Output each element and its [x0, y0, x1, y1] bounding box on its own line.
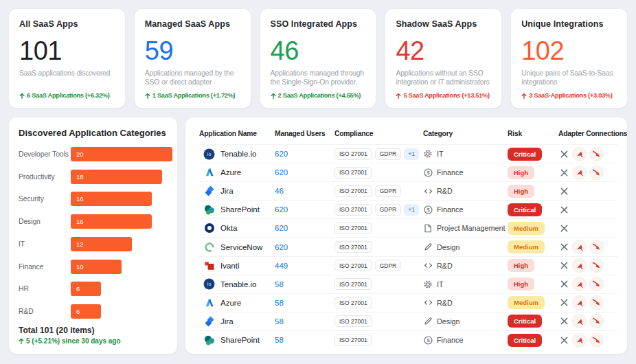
compliance-cell: ISO 27001 [334, 163, 423, 182]
okta-logo-icon [203, 223, 215, 234]
tool-adapter-icon[interactable] [572, 295, 587, 310]
compliance-chip: ISO 27001 [334, 260, 372, 271]
risk-cell: High [508, 257, 558, 275]
comet-adapter-icon[interactable] [589, 258, 604, 273]
remove-adapter-icon[interactable] [558, 148, 569, 159]
remove-adapter-icon[interactable] [558, 316, 569, 327]
managed-users-value[interactable]: 58 [275, 336, 284, 344]
category-name: IT [437, 280, 444, 288]
comet-adapter-icon[interactable] [589, 166, 604, 180]
tool-adapter-icon[interactable] [572, 258, 587, 273]
category-row: HR6 [19, 282, 168, 296]
adapter-connections-cell [558, 201, 617, 219]
risk-badge: Critical [508, 315, 542, 328]
tool-adapter-icon[interactable] [572, 147, 587, 161]
adapter-connections-cell [558, 182, 617, 201]
tool-adapter-icon[interactable] [572, 277, 587, 291]
managed-users-value[interactable]: 620 [275, 168, 288, 177]
compliance-chip[interactable]: +1 [404, 204, 419, 216]
risk-cell: High [508, 163, 558, 182]
applications-table-panel: Application NameManaged UsersComplianceC… [185, 117, 628, 354]
app-name-cell: Jira [199, 312, 275, 331]
remove-adapter-icon[interactable] [558, 297, 569, 308]
category-row: IT12 [19, 237, 168, 251]
comet-adapter-icon[interactable] [589, 333, 604, 348]
app-name-cell: ioTenable.io [199, 275, 275, 294]
managed-users-value[interactable]: 58 [275, 299, 284, 307]
risk-cell: Medium [508, 238, 558, 256]
remove-adapter-icon[interactable] [558, 223, 569, 234]
adapter-connections-cell [558, 219, 617, 238]
up-arrow-icon [19, 338, 24, 344]
stats-row: All SaaS Apps101SaaS applications discov… [8, 8, 628, 109]
app-name: Tenable.io [220, 280, 256, 288]
remove-adapter-icon[interactable] [558, 167, 569, 178]
tool-adapter-icon[interactable] [572, 240, 587, 254]
comet-adapter-icon[interactable] [589, 314, 604, 328]
managed-users-value[interactable]: 620 [275, 224, 288, 232]
remove-adapter-icon[interactable] [558, 334, 569, 345]
tool-adapter-icon[interactable] [572, 314, 587, 328]
remove-adapter-icon[interactable] [558, 185, 569, 196]
comet-adapter-icon[interactable] [589, 295, 604, 310]
managed-users-value[interactable]: 620 [275, 150, 288, 158]
code-icon [423, 261, 433, 270]
stat-delta: 1 SaaS Applications (+1.72%) [145, 92, 242, 99]
compliance-cell: ISO 27001GDPR [334, 182, 423, 201]
risk-badge: High [508, 166, 534, 179]
managed-users-value[interactable]: 58 [275, 317, 284, 326]
risk-badge: Critical [508, 203, 542, 216]
managed-users-cell: 58 [275, 312, 334, 331]
category-name: R&D [437, 187, 453, 195]
risk-cell: Medium [508, 219, 558, 238]
remove-adapter-icon[interactable] [558, 242, 569, 253]
app-name-cell: ioTenable.io [199, 145, 275, 163]
app-name: Ivanti [220, 262, 240, 270]
managed-users-value[interactable]: 58 [275, 280, 284, 288]
remove-adapter-icon[interactable] [558, 204, 569, 215]
category-name: Project Management [437, 224, 506, 232]
remove-adapter-icon[interactable] [558, 279, 569, 290]
category-bar: 6 [71, 304, 101, 319]
app-name: SharePoint [220, 336, 260, 344]
comet-adapter-icon[interactable] [589, 277, 604, 291]
managed-users-value[interactable]: 449 [275, 262, 288, 270]
category-cell: $Finance [423, 163, 508, 182]
managed-users-cell: 620 [275, 201, 334, 219]
comet-adapter-icon[interactable] [589, 147, 604, 161]
category-bar: 6 [71, 282, 101, 296]
stat-title: Unique Integrations [521, 19, 618, 29]
gear-icon [423, 280, 433, 289]
app-name-cell: Ivanti [199, 257, 275, 275]
app-name-cell: ServiceNow [199, 238, 275, 256]
compliance-cell: ISO 27001 [334, 275, 423, 294]
managed-users-value[interactable]: 620 [275, 205, 288, 214]
up-arrow-icon [271, 93, 276, 99]
compliance-cell: ISO 27001 [334, 312, 423, 331]
app-name: Azure [220, 299, 241, 307]
dollar-icon: $ [423, 205, 433, 214]
comet-adapter-icon[interactable] [589, 240, 604, 254]
remove-adapter-icon[interactable] [558, 260, 569, 271]
tool-adapter-icon[interactable] [572, 166, 587, 180]
risk-badge: High [508, 185, 534, 198]
pen-icon [423, 317, 433, 326]
compliance-chip[interactable]: +1 [404, 148, 419, 160]
svg-text:$: $ [427, 170, 430, 176]
category-label: Finance [19, 263, 71, 271]
app-name: Jira [220, 187, 234, 195]
category-cell: IT [423, 275, 508, 294]
managed-users-value[interactable]: 620 [275, 243, 288, 251]
compliance-cell: ISO 27001 [334, 238, 423, 256]
app-name: Jira [220, 317, 234, 326]
code-icon [423, 298, 433, 307]
stat-description: Unique pairs of SaaS-to-Saas integration… [521, 69, 618, 87]
sharepoint-logo-icon [203, 204, 215, 216]
app-name-cell: Azure [199, 163, 275, 182]
managed-users-value[interactable]: 46 [275, 187, 284, 195]
stat-description: Applications managed by the SSO or direc… [145, 69, 242, 87]
stat-card-4: Unique Integrations102Unique pairs of Sa… [510, 8, 628, 109]
dashboard: All SaaS Apps101SaaS applications discov… [0, 0, 636, 364]
tool-adapter-icon[interactable] [572, 333, 587, 348]
tenable-logo-icon: io [203, 148, 215, 160]
